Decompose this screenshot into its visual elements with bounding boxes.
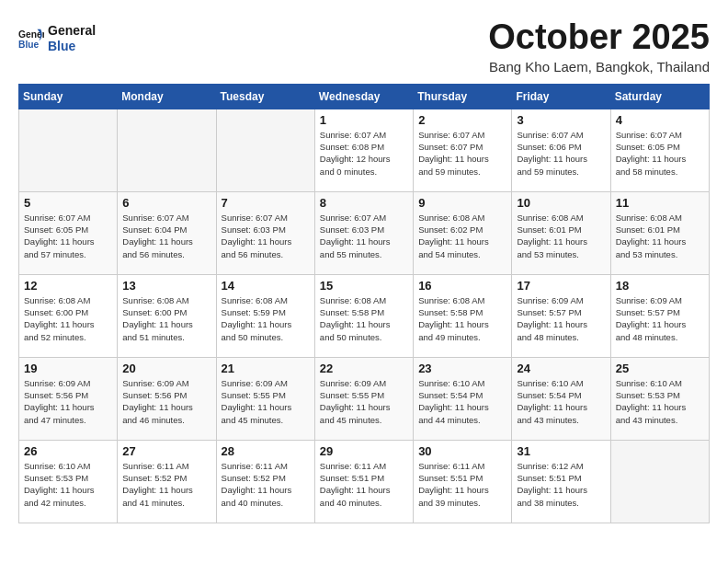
calendar-cell: 2Sunrise: 6:07 AMSunset: 6:07 PMDaylight… [414,109,512,191]
week-row-4: 19Sunrise: 6:09 AMSunset: 5:56 PMDayligh… [19,357,710,440]
day-info: Sunrise: 6:07 AMSunset: 6:05 PMDaylight:… [616,129,704,178]
svg-text:Blue: Blue [18,40,40,50]
day-number: 4 [616,113,704,127]
calendar-cell: 31Sunrise: 6:12 AMSunset: 5:51 PMDayligh… [512,440,610,523]
day-number: 13 [122,279,210,293]
day-number: 28 [222,444,310,458]
day-number: 2 [418,113,506,127]
page-header: General Blue General Blue October 2025 B… [18,18,710,75]
day-number: 18 [616,279,704,293]
calendar-cell: 29Sunrise: 6:11 AMSunset: 5:51 PMDayligh… [314,440,413,523]
calendar-header: SundayMondayTuesdayWednesdayThursdayFrid… [19,84,710,109]
logo-general: General [48,23,96,39]
logo: General Blue General Blue [18,23,96,54]
day-number: 3 [517,113,605,127]
calendar-cell: 8Sunrise: 6:07 AMSunset: 6:03 PMDaylight… [314,191,413,274]
day-number: 22 [320,362,408,375]
day-info: Sunrise: 6:09 AMSunset: 5:57 PMDaylight:… [517,294,605,343]
calendar-cell [216,109,314,191]
calendar-cell: 13Sunrise: 6:08 AMSunset: 6:00 PMDayligh… [118,274,216,357]
day-info: Sunrise: 6:10 AMSunset: 5:54 PMDaylight:… [418,377,506,426]
calendar-cell: 23Sunrise: 6:10 AMSunset: 5:54 PMDayligh… [414,357,512,440]
day-number: 14 [222,279,310,293]
day-number: 21 [222,362,310,375]
logo-blue: Blue [48,39,96,54]
day-info: Sunrise: 6:07 AMSunset: 6:08 PMDaylight:… [320,129,408,178]
day-info: Sunrise: 6:08 AMSunset: 6:00 PMDaylight:… [24,294,112,343]
calendar-cell: 9Sunrise: 6:08 AMSunset: 6:02 PMDaylight… [414,191,512,274]
calendar-cell: 28Sunrise: 6:11 AMSunset: 5:52 PMDayligh… [216,440,314,523]
day-number: 11 [616,196,704,210]
logo-icon: General Blue [18,26,44,52]
day-info: Sunrise: 6:08 AMSunset: 6:01 PMDaylight:… [517,212,605,260]
header-day-tuesday: Tuesday [216,84,314,109]
day-number: 17 [517,279,605,293]
day-info: Sunrise: 6:11 AMSunset: 5:51 PMDaylight:… [418,460,506,509]
day-info: Sunrise: 6:09 AMSunset: 5:57 PMDaylight:… [616,294,704,343]
day-info: Sunrise: 6:07 AMSunset: 6:05 PMDaylight:… [24,212,112,260]
day-number: 29 [320,444,408,458]
day-info: Sunrise: 6:09 AMSunset: 5:55 PMDaylight:… [320,377,408,426]
calendar-cell: 21Sunrise: 6:09 AMSunset: 5:55 PMDayligh… [216,357,314,440]
day-number: 1 [320,113,408,127]
week-row-3: 12Sunrise: 6:08 AMSunset: 6:00 PMDayligh… [19,274,710,357]
day-info: Sunrise: 6:11 AMSunset: 5:51 PMDaylight:… [320,460,408,509]
calendar-cell: 12Sunrise: 6:08 AMSunset: 6:00 PMDayligh… [19,274,118,357]
day-number: 27 [122,444,210,458]
calendar-title: October 2025 [488,18,710,57]
header-day-saturday: Saturday [610,84,709,109]
header-day-sunday: Sunday [19,84,118,109]
calendar-cell: 26Sunrise: 6:10 AMSunset: 5:53 PMDayligh… [19,440,118,523]
day-info: Sunrise: 6:07 AMSunset: 6:06 PMDaylight:… [517,129,605,178]
day-info: Sunrise: 6:10 AMSunset: 5:53 PMDaylight:… [24,460,112,509]
day-info: Sunrise: 6:07 AMSunset: 6:07 PMDaylight:… [418,129,506,178]
calendar-cell: 19Sunrise: 6:09 AMSunset: 5:56 PMDayligh… [19,357,118,440]
day-info: Sunrise: 6:11 AMSunset: 5:52 PMDaylight:… [222,460,310,509]
calendar-cell: 18Sunrise: 6:09 AMSunset: 5:57 PMDayligh… [610,274,709,357]
calendar-cell: 30Sunrise: 6:11 AMSunset: 5:51 PMDayligh… [414,440,512,523]
day-info: Sunrise: 6:08 AMSunset: 6:01 PMDaylight:… [616,212,704,260]
day-number: 12 [24,279,112,293]
calendar-cell: 5Sunrise: 6:07 AMSunset: 6:05 PMDaylight… [19,191,118,274]
day-number: 19 [24,362,112,375]
day-number: 8 [320,196,408,210]
header-day-monday: Monday [118,84,216,109]
calendar-cell: 1Sunrise: 6:07 AMSunset: 6:08 PMDaylight… [314,109,413,191]
calendar-subtitle: Bang Kho Laem, Bangkok, Thailand [488,59,710,75]
day-info: Sunrise: 6:08 AMSunset: 5:58 PMDaylight:… [320,294,408,343]
day-info: Sunrise: 6:10 AMSunset: 5:54 PMDaylight:… [517,377,605,426]
calendar-cell: 24Sunrise: 6:10 AMSunset: 5:54 PMDayligh… [512,357,610,440]
calendar-cell: 6Sunrise: 6:07 AMSunset: 6:04 PMDaylight… [118,191,216,274]
day-info: Sunrise: 6:08 AMSunset: 6:00 PMDaylight:… [122,294,210,343]
day-info: Sunrise: 6:09 AMSunset: 5:55 PMDaylight:… [222,377,310,426]
calendar-body: 1Sunrise: 6:07 AMSunset: 6:08 PMDaylight… [19,109,710,523]
calendar-cell [19,109,118,191]
header-day-wednesday: Wednesday [314,84,413,109]
calendar-cell: 16Sunrise: 6:08 AMSunset: 5:58 PMDayligh… [414,274,512,357]
day-number: 6 [122,196,210,210]
day-info: Sunrise: 6:09 AMSunset: 5:56 PMDaylight:… [24,377,112,426]
calendar-cell: 17Sunrise: 6:09 AMSunset: 5:57 PMDayligh… [512,274,610,357]
calendar-cell: 15Sunrise: 6:08 AMSunset: 5:58 PMDayligh… [314,274,413,357]
day-number: 24 [517,362,605,375]
week-row-5: 26Sunrise: 6:10 AMSunset: 5:53 PMDayligh… [19,440,710,523]
day-info: Sunrise: 6:11 AMSunset: 5:52 PMDaylight:… [122,460,210,509]
calendar-cell [118,109,216,191]
day-number: 10 [517,196,605,210]
calendar-cell: 7Sunrise: 6:07 AMSunset: 6:03 PMDaylight… [216,191,314,274]
day-number: 7 [222,196,310,210]
day-info: Sunrise: 6:08 AMSunset: 6:02 PMDaylight:… [418,212,506,260]
day-info: Sunrise: 6:09 AMSunset: 5:56 PMDaylight:… [122,377,210,426]
day-number: 30 [418,444,506,458]
day-number: 20 [122,362,210,375]
day-number: 9 [418,196,506,210]
title-block: October 2025 Bang Kho Laem, Bangkok, Tha… [488,18,710,75]
day-info: Sunrise: 6:10 AMSunset: 5:53 PMDaylight:… [616,377,704,426]
calendar-table: SundayMondayTuesdayWednesdayThursdayFrid… [18,84,710,523]
header-day-thursday: Thursday [414,84,512,109]
day-number: 25 [616,362,704,375]
calendar-cell: 11Sunrise: 6:08 AMSunset: 6:01 PMDayligh… [610,191,709,274]
day-number: 26 [24,444,112,458]
day-info: Sunrise: 6:08 AMSunset: 5:59 PMDaylight:… [222,294,310,343]
week-row-1: 1Sunrise: 6:07 AMSunset: 6:08 PMDaylight… [19,109,710,191]
